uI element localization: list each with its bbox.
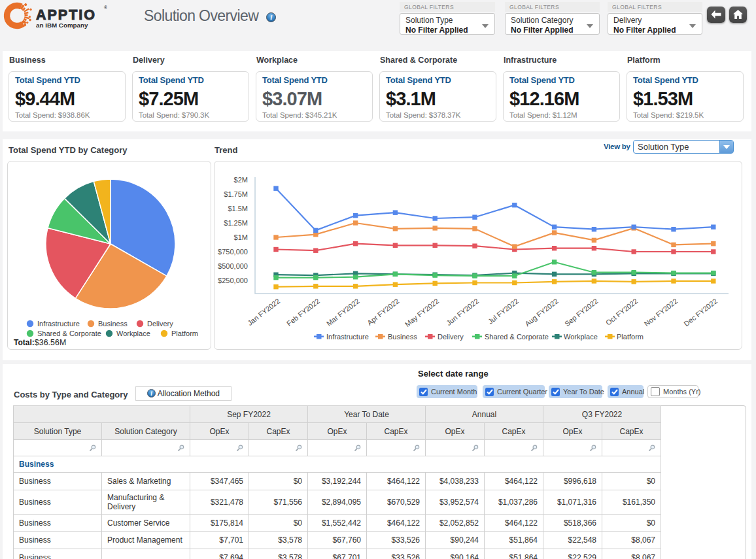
svg-text:Platform: Platform [171, 330, 198, 337]
svg-text:$1M: $1M [234, 233, 248, 241]
svg-text:Delivery: Delivery [147, 320, 173, 328]
svg-text:®: ® [104, 5, 107, 10]
svg-text:APPTIO: APPTIO [36, 7, 96, 23]
svg-text:$1.25M: $1.25M [224, 219, 248, 227]
svg-text:Jun FY2022: Jun FY2022 [445, 297, 480, 327]
svg-text:Infrastructure: Infrastructure [326, 333, 369, 341]
svg-text:Aug FY2022: Aug FY2022 [523, 297, 560, 328]
svg-text:Business: Business [98, 320, 128, 328]
svg-text:Apr FY2022: Apr FY2022 [366, 297, 401, 327]
svg-text:Platform: Platform [617, 333, 644, 341]
svg-text:Jan FY2022: Jan FY2022 [246, 297, 281, 327]
svg-text:$250,000: $250,000 [218, 277, 248, 284]
svg-text:Shared & Corporate: Shared & Corporate [485, 333, 549, 341]
svg-text:$750,000: $750,000 [218, 248, 248, 256]
svg-text:Dec FY2022: Dec FY2022 [682, 297, 719, 328]
svg-text:Feb FY2022: Feb FY2022 [285, 297, 321, 328]
svg-text:May FY2022: May FY2022 [404, 297, 441, 328]
svg-text:Nov FY2022: Nov FY2022 [643, 297, 679, 328]
svg-text:Jul FY2022: Jul FY2022 [487, 297, 520, 326]
svg-text:Delivery: Delivery [438, 333, 464, 341]
svg-text:Oct FY2022: Oct FY2022 [604, 297, 640, 327]
svg-text:Business: Business [388, 333, 417, 341]
svg-text:$1.75M: $1.75M [224, 190, 248, 198]
svg-text:$500,000: $500,000 [218, 262, 248, 270]
svg-text:Mar FY2022: Mar FY2022 [325, 297, 361, 328]
svg-text:Workplace: Workplace [116, 330, 150, 337]
svg-text:Sep FY2022: Sep FY2022 [563, 297, 600, 328]
svg-text:i: i [150, 390, 152, 397]
svg-text:Shared & Corporate: Shared & Corporate [37, 330, 101, 337]
svg-text:an IBM Company: an IBM Company [36, 22, 88, 29]
svg-text:$1.5M: $1.5M [228, 205, 248, 212]
svg-text:Total:$36.56M: Total:$36.56M [14, 338, 66, 347]
svg-text:Infrastructure: Infrastructure [37, 320, 80, 328]
svg-text:Workplace: Workplace [564, 333, 598, 341]
svg-text:$2M: $2M [234, 176, 248, 184]
